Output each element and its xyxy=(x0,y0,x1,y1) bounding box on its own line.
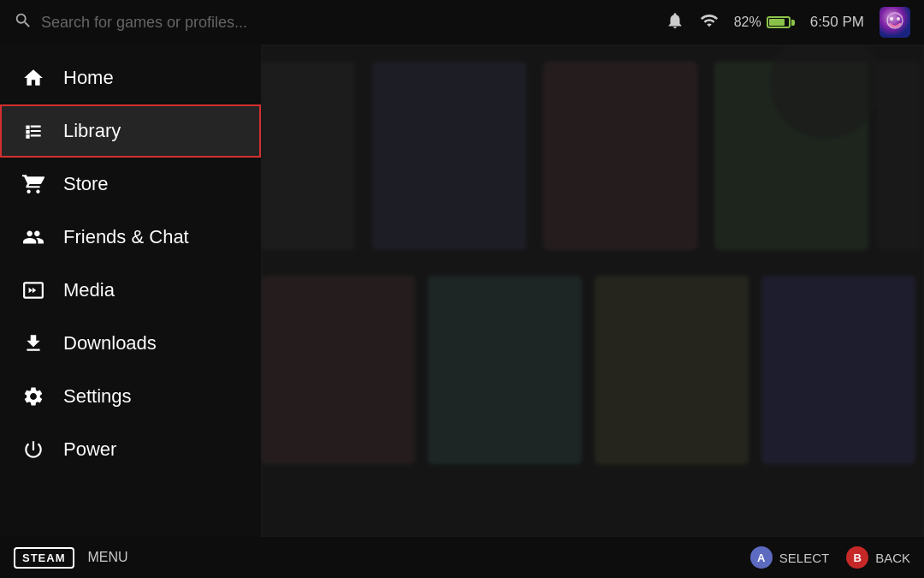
notification-icon[interactable] xyxy=(666,11,684,34)
a-button[interactable]: A xyxy=(750,546,773,569)
sidebar-item-media[interactable]: Media xyxy=(0,264,261,317)
power-icon xyxy=(21,437,46,462)
bottombar: STEAM MENU A SELECT B BACK xyxy=(0,537,924,578)
menu-label: MENU xyxy=(88,550,128,565)
sidebar-item-library[interactable]: Library xyxy=(0,104,261,158)
select-label: SELECT xyxy=(779,551,829,565)
topbar: Search for games or profiles... 82% xyxy=(0,0,924,45)
background-content xyxy=(261,45,924,537)
svg-point-3 xyxy=(897,17,900,21)
sidebar-home-label: Home xyxy=(63,67,114,89)
topbar-right: 82% 6:50 PM xyxy=(666,7,910,38)
sidebar-store-label: Store xyxy=(63,173,109,195)
steam-button[interactable]: STEAM xyxy=(14,547,74,569)
sidebar-item-store[interactable]: Store xyxy=(0,158,261,211)
back-action: B BACK xyxy=(846,546,910,569)
sidebar-friends-label: Friends & Chat xyxy=(63,226,189,248)
sidebar-item-downloads[interactable]: Downloads xyxy=(0,317,261,370)
battery-icon xyxy=(767,16,795,28)
time-display: 6:50 PM xyxy=(810,14,864,31)
search-icon xyxy=(14,11,33,34)
media-icon xyxy=(21,277,46,303)
sidebar-item-settings[interactable]: Settings xyxy=(0,370,261,423)
b-button[interactable]: B xyxy=(846,546,868,569)
store-icon xyxy=(21,171,46,197)
bottombar-right: A SELECT B BACK xyxy=(750,546,910,569)
sidebar-settings-label: Settings xyxy=(63,385,132,408)
sidebar-item-friends[interactable]: Friends & Chat xyxy=(0,211,261,264)
sidebar-item-power[interactable]: Power xyxy=(0,423,261,476)
search-area[interactable]: Search for games or profiles... xyxy=(14,11,666,34)
library-icon xyxy=(21,118,46,144)
back-label: BACK xyxy=(875,551,910,565)
home-icon xyxy=(21,65,46,91)
sidebar-media-label: Media xyxy=(63,279,115,301)
svg-rect-0 xyxy=(880,7,910,38)
downloads-icon xyxy=(21,331,46,356)
sidebar-item-home[interactable]: Home xyxy=(0,51,261,104)
search-placeholder-text: Search for games or profiles... xyxy=(41,14,247,32)
select-action: A SELECT xyxy=(750,546,829,569)
avatar[interactable] xyxy=(880,7,910,38)
battery-area: 82% xyxy=(734,15,795,30)
sidebar-library-label: Library xyxy=(63,120,121,142)
sidebar-downloads-label: Downloads xyxy=(63,332,157,355)
friends-icon xyxy=(21,224,46,250)
signal-icon xyxy=(700,11,719,34)
sidebar: Home Library Store Friends & Chat xyxy=(0,45,261,537)
battery-percent: 82% xyxy=(734,15,761,30)
svg-point-2 xyxy=(890,17,893,21)
sidebar-power-label: Power xyxy=(63,438,116,461)
settings-icon xyxy=(21,384,46,409)
